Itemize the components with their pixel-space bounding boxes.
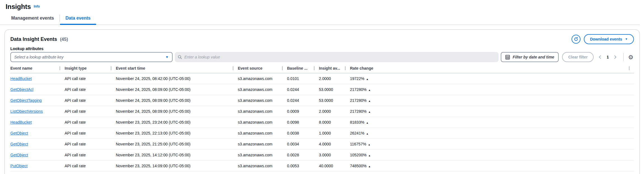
- table-row: GetObject API call rate November 23, 202…: [10, 128, 634, 139]
- event-name-cell: HeadBucket: [10, 120, 65, 124]
- lookup-attributes-label: Lookup attributes: [10, 46, 634, 51]
- search-icon: [178, 55, 182, 59]
- lookup-attribute-select[interactable]: Select a lookup attribute key ▼: [10, 52, 173, 62]
- event-name-link[interactable]: GetObject: [10, 153, 28, 157]
- event-name-link[interactable]: HeadBucket: [10, 120, 32, 124]
- clear-filter-button[interactable]: Clear filter: [562, 52, 594, 62]
- current-page-number: 1: [607, 55, 609, 59]
- insight-average-cell: 3.0000: [319, 153, 350, 157]
- tab-data-events[interactable]: Data events: [60, 13, 96, 25]
- baseline-cell: 0.0038: [287, 131, 319, 135]
- table-row: GetObjectAcl API call rate November 24, …: [10, 84, 634, 95]
- trend-up-icon: ▲: [366, 132, 368, 135]
- tab-management-events[interactable]: Management events: [6, 13, 60, 25]
- event-source-cell: s3.amazonaws.com: [238, 131, 287, 135]
- insight-average-cell: 53.0000: [319, 98, 350, 103]
- table-row: GetObject API call rate November 23, 202…: [10, 139, 634, 150]
- insight-type-cell: API call rate: [65, 131, 116, 135]
- event-name-link[interactable]: PutObject: [10, 164, 27, 168]
- insight-type-cell: API call rate: [65, 142, 116, 146]
- event-source-cell: s3.amazonaws.com: [238, 164, 287, 168]
- pagination: 1: [596, 53, 619, 61]
- date-filter-button[interactable]: Filter by date and time: [501, 52, 559, 62]
- event-name-link[interactable]: HeadBucket: [10, 76, 32, 81]
- tab-bar: Management events Data events: [0, 13, 640, 25]
- table-row: HeadBucket API call rate November 23, 20…: [10, 117, 634, 128]
- event-name-link[interactable]: ListObjectVersions: [10, 109, 43, 114]
- event-start-time-cell: November 23, 2025, 22:13:00 (UTC-05:00): [116, 131, 238, 135]
- event-name-cell: PutObject: [10, 164, 65, 168]
- page-title: Insights: [6, 3, 31, 11]
- rate-change-cell: 217280%▲: [350, 98, 634, 103]
- insight-type-cell: API call rate: [65, 87, 116, 92]
- trend-up-icon: ▲: [368, 143, 370, 146]
- rate-change-value: 81833%: [350, 120, 364, 124]
- next-page-button[interactable]: [612, 53, 619, 61]
- event-name-link[interactable]: GetObjectAcl: [10, 87, 33, 92]
- date-filter-label: Filter by date and time: [513, 55, 554, 59]
- baseline-cell: 0.0009: [287, 109, 319, 114]
- event-start-time-cell: November 23, 2025, 23:24:00 (UTC-05:00): [116, 120, 238, 124]
- event-name-link[interactable]: GetObject: [10, 142, 28, 146]
- insight-type-cell: API call rate: [65, 153, 116, 157]
- event-name-cell: ListObjectVersions: [10, 109, 65, 114]
- table-row: ListObjectVersions API call rate Novembe…: [10, 106, 634, 117]
- event-source-cell: s3.amazonaws.com: [238, 109, 287, 114]
- insight-type-cell: API call rate: [65, 76, 116, 81]
- rate-change-cell: 217280%▲: [350, 109, 634, 114]
- insight-average-cell: 2.0000: [319, 76, 350, 81]
- lookup-value-searchbox: [175, 52, 499, 62]
- table-settings-button[interactable]: ⚙: [627, 54, 634, 60]
- table-row: HeadBucket API call rate November 24, 20…: [10, 73, 634, 84]
- download-events-label: Download events: [590, 37, 622, 41]
- baseline-cell: 0.0028: [287, 153, 319, 157]
- rate-change-cell: 116757%▲: [350, 142, 634, 146]
- filter-section: Lookup attributes Select a lookup attrib…: [5, 44, 640, 62]
- refresh-button[interactable]: [572, 35, 580, 44]
- table-row: GetObject API call rate November 23, 202…: [10, 150, 634, 161]
- event-source-cell: s3.amazonaws.com: [238, 98, 287, 103]
- trend-up-icon: ▲: [368, 110, 371, 113]
- column-header-event-source: Event source: [238, 66, 287, 70]
- event-name-link[interactable]: GetObject: [10, 131, 28, 135]
- event-start-time-cell: November 24, 2025, 08:09:00 (UTC-05:00): [116, 98, 238, 103]
- table-row: GetObjectTagging API call rate November …: [10, 95, 634, 106]
- chevron-left-icon: [598, 55, 602, 59]
- event-start-time-cell: November 23, 2025, 21:25:00 (UTC-05:00): [116, 142, 238, 146]
- trend-up-icon: ▲: [368, 100, 371, 102]
- trend-up-icon: ▲: [368, 165, 371, 168]
- column-header-insight-type: Insight type: [65, 66, 116, 70]
- toolbar-divider: [623, 53, 624, 61]
- previous-page-button[interactable]: [596, 53, 604, 61]
- event-name-cell: GetObject: [10, 153, 65, 157]
- rate-change-cell: 81833%▲: [350, 120, 634, 124]
- insight-average-cell: 1.0000: [319, 131, 350, 135]
- insight-type-cell: API call rate: [65, 109, 116, 114]
- lookup-value-input[interactable]: [184, 55, 496, 59]
- events-table: Event name Insight type Event start time…: [5, 66, 640, 171]
- event-start-time-cell: November 24, 2025, 08:09:00 (UTC-05:00): [116, 109, 238, 114]
- rate-change-value: 748500%: [350, 164, 366, 168]
- trend-up-icon: ▲: [366, 121, 368, 124]
- panel-actions: Download events ▼: [572, 34, 634, 44]
- info-link[interactable]: Info: [34, 4, 40, 8]
- insight-average-cell: 2.0000: [319, 109, 350, 114]
- filter-controls-row: Select a lookup attribute key ▼: [10, 52, 634, 62]
- panel-title-group: Data Insight Events (45): [10, 36, 68, 42]
- page-header: Insights Info: [0, 0, 644, 11]
- event-name-link[interactable]: GetObjectTagging: [10, 98, 42, 103]
- trend-up-icon: ▲: [368, 154, 371, 157]
- rate-change-cell: 26241%▲: [350, 131, 634, 135]
- column-header-event-start-time: Event start time: [116, 66, 238, 70]
- event-start-time-cell: November 24, 2025, 08:09:00 (UTC-05:00): [116, 87, 238, 92]
- event-source-cell: s3.amazonaws.com: [238, 142, 287, 146]
- event-source-cell: s3.amazonaws.com: [238, 120, 287, 124]
- baseline-cell: 0.0053: [287, 164, 319, 168]
- rate-change-value: 105200%: [350, 153, 366, 157]
- event-source-cell: s3.amazonaws.com: [238, 153, 287, 157]
- event-start-time-cell: November 23, 2025, 14:12:00 (UTC-05:00): [116, 153, 238, 157]
- column-header-baseline: Baseline ...: [287, 66, 319, 70]
- download-events-button[interactable]: Download events ▼: [584, 34, 634, 44]
- column-header-rate-change: Rate change: [350, 66, 634, 70]
- rate-change-cell: 217280%▲: [350, 87, 634, 92]
